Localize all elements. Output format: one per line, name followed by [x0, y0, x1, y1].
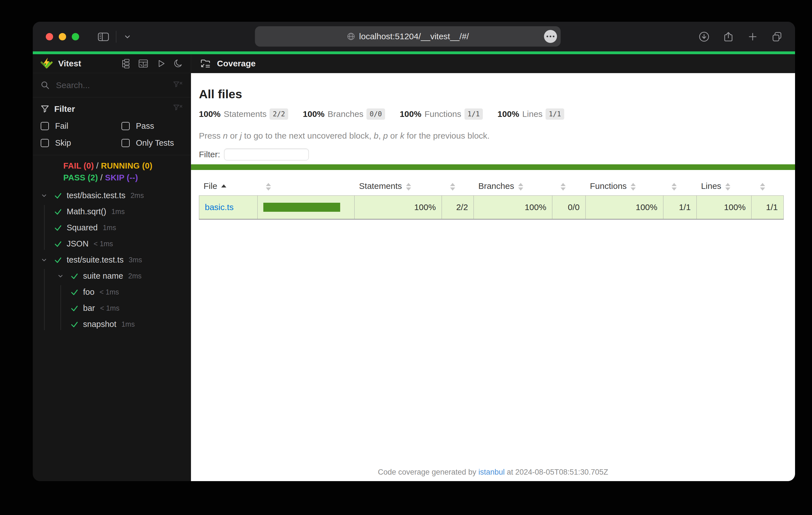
filter-title: Filter — [54, 104, 75, 114]
new-tab-icon[interactable] — [747, 31, 758, 42]
tree-item-test[interactable]: Squared1ms — [33, 220, 191, 236]
coverage-report: All files 100%Statements2/2 100%Branches… — [191, 73, 795, 481]
chevron-down-icon[interactable] — [123, 32, 132, 41]
col-header-chart[interactable] — [257, 177, 354, 196]
skip-checkbox-box[interactable] — [41, 139, 49, 147]
tree-item-file[interactable]: test/suite.test.ts3ms — [33, 252, 191, 268]
keyboard-hint: Press n or j to go to the next uncovered… — [199, 131, 795, 141]
search-input[interactable] — [55, 80, 173, 90]
col-header-statements-raw[interactable] — [442, 177, 474, 196]
col-header-functions-raw[interactable] — [663, 177, 696, 196]
table-header-row: File Statements Branches Functions Lines — [199, 177, 784, 196]
stat-fraction-badge: 2/2 — [269, 109, 288, 120]
statements-raw-cell: 2/2 — [442, 196, 474, 219]
url-text: localhost:51204/__vitest__/#/ — [359, 32, 469, 41]
globe-icon — [347, 32, 355, 41]
test-duration: 1ms — [103, 223, 116, 232]
clear-filter-icon[interactable] — [173, 104, 183, 113]
stat-functions: 100%Functions1/1 — [400, 109, 483, 120]
sorter-icon[interactable] — [672, 183, 677, 190]
summary-line-2: PASS (2) / SKIP (--) — [63, 172, 191, 184]
tree-guide-line — [44, 205, 45, 250]
page-menu-button[interactable] — [544, 30, 557, 43]
tree-item-test[interactable]: foo< 1ms — [33, 284, 191, 300]
col-header-lines[interactable]: Lines — [696, 177, 751, 196]
test-duration: < 1ms — [99, 288, 119, 296]
downloads-icon[interactable] — [698, 31, 710, 42]
dashboard-icon[interactable] — [138, 58, 148, 69]
search-icon — [41, 81, 50, 90]
test-duration: 1ms — [111, 208, 124, 216]
fail-checkbox-box[interactable] — [41, 122, 49, 130]
statements-pct-cell: 100% — [355, 196, 442, 219]
col-header-branches[interactable]: Branches — [474, 177, 552, 196]
col-header-functions[interactable]: Functions — [585, 177, 663, 196]
close-window-button[interactable] — [46, 33, 53, 40]
tab-overview-icon[interactable] — [771, 31, 783, 42]
only-tests-checkbox-box[interactable] — [121, 139, 130, 147]
sorter-icon[interactable] — [266, 183, 271, 190]
sorter-icon[interactable] — [450, 183, 455, 190]
col-header-branches-raw[interactable] — [552, 177, 585, 196]
chevron-down-icon[interactable] — [40, 192, 54, 200]
filter-label: Filter: — [199, 150, 220, 159]
checkbox-skip[interactable]: Skip — [41, 138, 121, 148]
chevron-down-icon[interactable] — [57, 272, 70, 280]
stat-fraction-badge: 1/1 — [464, 109, 483, 120]
sidebar-toggle-icon[interactable] — [97, 31, 110, 42]
pass-checkbox-box[interactable] — [121, 122, 130, 130]
pass-check-icon — [70, 272, 83, 280]
chevron-down-icon[interactable] — [40, 256, 54, 264]
test-run-summary: FAIL (0) / RUNNING (0) PASS (2) / SKIP (… — [33, 155, 191, 184]
istanbul-link[interactable]: istanbul — [478, 468, 504, 476]
share-icon[interactable] — [723, 31, 734, 42]
checkbox-fail[interactable]: Fail — [41, 121, 121, 131]
tree-item-test[interactable]: bar< 1ms — [33, 300, 191, 316]
sorter-icon[interactable] — [760, 183, 765, 190]
sorter-icon[interactable] — [518, 183, 523, 190]
pass-check-icon — [70, 304, 83, 312]
tree-item-file[interactable]: test/basic.test.ts2ms — [33, 187, 191, 204]
file-link[interactable]: basic.ts — [205, 203, 234, 212]
lines-pct-cell: 100% — [696, 196, 751, 219]
pass-check-icon — [54, 240, 67, 248]
pass-check-icon — [70, 288, 83, 297]
test-tree: test/basic.test.ts2ms Math.sqrt()1ms Squ… — [33, 184, 191, 481]
sorter-icon[interactable] — [406, 183, 411, 190]
sort-asc-icon[interactable] — [221, 184, 226, 189]
sorter-icon[interactable] — [631, 183, 636, 190]
tree-view-icon[interactable] — [121, 58, 131, 69]
functions-pct-cell: 100% — [585, 196, 663, 219]
address-bar[interactable]: localhost:51204/__vitest__/#/ — [255, 26, 560, 47]
run-all-icon[interactable] — [156, 58, 166, 69]
file-filter-input[interactable] — [224, 149, 309, 160]
col-header-file[interactable]: File — [199, 177, 258, 196]
search-bar — [33, 73, 191, 97]
tree-item-test[interactable]: Math.sqrt()1ms — [33, 204, 191, 220]
pass-check-icon — [54, 191, 67, 200]
col-header-statements[interactable]: Statements — [355, 177, 442, 196]
table-row: basic.ts 100% 2/2 100% 0/0 100% 1/1 100%… — [199, 196, 784, 219]
pass-check-icon — [70, 320, 83, 329]
tree-item-test[interactable]: JSON< 1ms — [33, 236, 191, 252]
stat-lines: 100%Lines1/1 — [497, 109, 564, 120]
functions-raw-cell: 1/1 — [663, 196, 696, 219]
checkbox-only-tests[interactable]: Only Tests — [121, 138, 183, 148]
zoom-window-button[interactable] — [72, 33, 79, 40]
test-progress-bar — [33, 51, 795, 54]
sorter-icon[interactable] — [725, 183, 730, 190]
tree-item-test[interactable]: snapshot1ms — [33, 316, 191, 332]
coverage-stats: 100%Statements2/2 100%Branches0/0 100%Fu… — [199, 109, 795, 120]
col-header-lines-raw[interactable] — [752, 177, 784, 196]
clear-search-filter-icon[interactable] — [173, 81, 183, 90]
file-cell: basic.ts — [199, 196, 258, 219]
test-duration: 1ms — [121, 320, 135, 328]
filter-section: Filter Fail Pass Skip Only Tests — [33, 97, 191, 155]
test-duration: 3ms — [128, 256, 142, 264]
tree-item-suite[interactable]: suite name2ms — [33, 268, 191, 284]
dark-mode-icon[interactable] — [173, 58, 183, 69]
checkbox-pass[interactable]: Pass — [121, 121, 183, 131]
minimize-window-button[interactable] — [59, 33, 66, 40]
sorter-icon[interactable] — [560, 183, 566, 190]
browser-toolbar: localhost:51204/__vitest__/#/ — [33, 22, 795, 51]
